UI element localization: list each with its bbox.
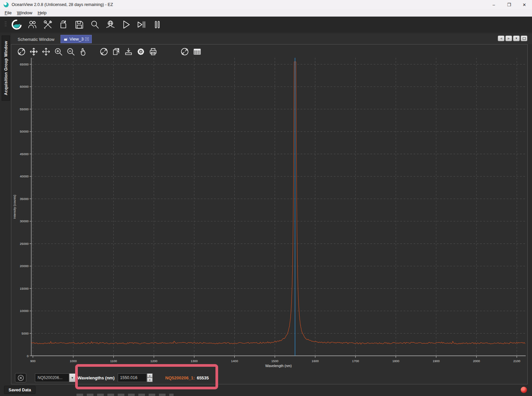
title-bar: OceanView 2.0.8 (Unlicensed, 28 days rem… bbox=[0, 0, 532, 9]
toolbar-grip[interactable] bbox=[5, 22, 7, 28]
window-title: OceanView 2.0.8 (Unlicensed, 28 days rem… bbox=[12, 2, 113, 7]
main-toolbar bbox=[0, 17, 532, 33]
svg-text:1800: 1800 bbox=[392, 359, 399, 363]
tools-button[interactable] bbox=[42, 18, 54, 31]
move-icon bbox=[42, 47, 51, 56]
tab-schematic-window[interactable]: Schematic Window bbox=[14, 35, 58, 43]
menu-window[interactable]: Window bbox=[15, 10, 34, 15]
save-button[interactable] bbox=[73, 18, 85, 31]
svg-text:60000: 60000 bbox=[20, 85, 29, 88]
menu-bar: File Window Help bbox=[0, 9, 532, 17]
table-view-button[interactable] bbox=[191, 46, 203, 57]
table-icon bbox=[193, 47, 201, 56]
svg-text:65000: 65000 bbox=[20, 62, 29, 66]
maximize-square-icon bbox=[523, 37, 526, 40]
svg-text:25000: 25000 bbox=[20, 242, 29, 246]
area-chart-icon bbox=[64, 37, 68, 41]
rescale-x-button[interactable] bbox=[98, 46, 110, 57]
saved-data-tab[interactable]: Saved Data bbox=[4, 386, 36, 394]
chevron-down-icon[interactable]: ▼ bbox=[69, 373, 75, 382]
search-button[interactable] bbox=[88, 18, 101, 31]
pan-handle-icon bbox=[29, 47, 38, 56]
pause-icon bbox=[152, 19, 163, 30]
svg-text:1400: 1400 bbox=[231, 359, 238, 363]
pan-handle-button[interactable] bbox=[28, 46, 40, 57]
dataset-select[interactable]: NQ5200206... ▼ bbox=[35, 373, 75, 382]
close-button[interactable]: ✕ bbox=[517, 0, 532, 9]
svg-text:1700: 1700 bbox=[352, 359, 359, 363]
svg-text:900: 900 bbox=[30, 359, 36, 363]
tools-icon bbox=[43, 19, 53, 30]
svg-text:Intensity (counts): Intensity (counts) bbox=[13, 195, 16, 219]
chart-panel: 0500010000150002000025000300003500040000… bbox=[11, 44, 528, 384]
spectrum-chart[interactable]: 0500010000150002000025000300003500040000… bbox=[11, 56, 528, 379]
copy-icon bbox=[112, 47, 121, 56]
dataset-select-value[interactable]: NQ5200206... bbox=[35, 373, 69, 382]
rescale-icon bbox=[17, 47, 26, 56]
dock-strip: Acquisition Group Window bbox=[0, 33, 11, 396]
users-button[interactable] bbox=[26, 18, 39, 31]
minimize-button[interactable]: – bbox=[486, 0, 501, 9]
hand-button[interactable] bbox=[77, 46, 89, 57]
series-readout-value: 65535 bbox=[197, 375, 209, 380]
web-icon bbox=[105, 19, 116, 30]
print-icon bbox=[149, 47, 158, 56]
maximize-button[interactable]: ❐ bbox=[501, 0, 517, 9]
play-pause-button[interactable] bbox=[135, 18, 148, 31]
tab-close-icon[interactable]: ✕ bbox=[85, 37, 89, 41]
svg-text:1900: 1900 bbox=[433, 359, 440, 363]
play-icon bbox=[121, 19, 131, 30]
menu-file[interactable]: File bbox=[3, 10, 14, 15]
play-button[interactable] bbox=[120, 18, 132, 31]
play-pause-icon bbox=[136, 19, 147, 30]
zoom-in-button[interactable] bbox=[52, 46, 65, 57]
app-logo-icon bbox=[4, 2, 9, 7]
svg-text:1300: 1300 bbox=[191, 359, 198, 363]
web-button[interactable] bbox=[104, 18, 117, 31]
tab-scroll-left-button[interactable]: ◀ bbox=[498, 36, 504, 41]
svg-text:40000: 40000 bbox=[20, 174, 29, 178]
hand-icon bbox=[78, 47, 87, 56]
svg-text:45000: 45000 bbox=[20, 152, 29, 156]
svg-text:35000: 35000 bbox=[20, 197, 29, 201]
svg-text:2000: 2000 bbox=[473, 359, 480, 363]
menu-help[interactable]: Help bbox=[36, 10, 49, 15]
stepper-up-button[interactable]: ▲ bbox=[147, 373, 153, 378]
rescale-button[interactable] bbox=[15, 46, 28, 57]
home-button[interactable] bbox=[10, 18, 23, 31]
search-icon bbox=[89, 19, 100, 30]
tab-view[interactable]: View_3 ✕ bbox=[61, 35, 92, 43]
file-import-button[interactable] bbox=[57, 18, 70, 31]
zoom-out-icon bbox=[66, 47, 75, 56]
acquisition-group-window-tab[interactable]: Acquisition Group Window bbox=[2, 36, 10, 101]
zoom-out-button[interactable] bbox=[65, 46, 77, 57]
rescale-table-button[interactable] bbox=[179, 46, 191, 57]
svg-text:5000: 5000 bbox=[22, 332, 29, 335]
print-button[interactable] bbox=[147, 46, 159, 57]
import-icon bbox=[124, 47, 133, 56]
stepper-down-button[interactable]: ▼ bbox=[147, 378, 153, 382]
wavelength-input[interactable] bbox=[118, 373, 147, 382]
view-tabbar: Schematic Window View_3 ✕ ◀ ▶ ▼ bbox=[11, 34, 532, 44]
close-trend-button[interactable] bbox=[15, 373, 26, 382]
tab-scroll-right-button[interactable]: ▶ bbox=[505, 36, 512, 41]
svg-text:1600: 1600 bbox=[312, 359, 319, 363]
tab-list-dropdown-button[interactable]: ▼ bbox=[513, 36, 520, 41]
svg-text:1100: 1100 bbox=[110, 359, 117, 363]
tab-maximize-button[interactable] bbox=[521, 36, 527, 41]
settings-button[interactable] bbox=[135, 46, 147, 57]
svg-text:1000: 1000 bbox=[70, 359, 77, 363]
gear-icon bbox=[136, 47, 145, 56]
move-button[interactable] bbox=[40, 46, 52, 57]
rescale-icon bbox=[180, 47, 189, 56]
clipped-text-fragment bbox=[76, 394, 174, 396]
chart-toolbar bbox=[15, 46, 203, 57]
save-icon bbox=[74, 19, 84, 30]
rescale-icon bbox=[99, 47, 108, 56]
users-icon bbox=[27, 19, 38, 30]
svg-text:15000: 15000 bbox=[20, 287, 29, 290]
pause-button[interactable] bbox=[151, 18, 164, 31]
svg-text:1200: 1200 bbox=[150, 359, 157, 363]
import-button[interactable] bbox=[122, 46, 135, 57]
copy-button[interactable] bbox=[110, 46, 122, 57]
